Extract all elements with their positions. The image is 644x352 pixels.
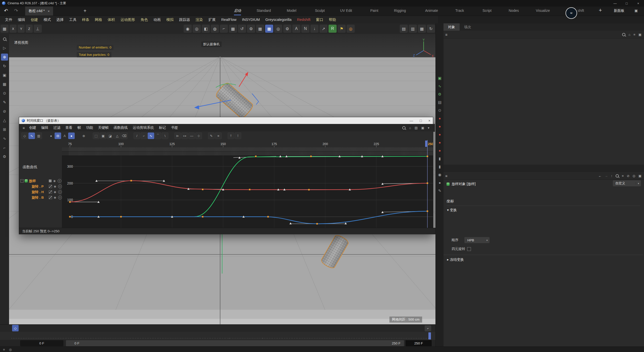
redo-icon[interactable]: ↷ (14, 8, 18, 14)
clean-icon[interactable]: ⌫ (121, 133, 128, 139)
timeline-frame-icon[interactable]: ▤ (415, 126, 418, 130)
ruler-key-icon[interactable]: ⊺ (235, 133, 241, 139)
timeline-title-bar[interactable]: 时间线窗口 （摄影表） (19, 117, 433, 124)
camera-label[interactable]: 默认摄像机 (201, 41, 222, 47)
object-manager-home-icon[interactable]: ⌂ (628, 33, 630, 36)
redshift-material-3-icon[interactable]: ● (438, 133, 441, 136)
menu-模拟[interactable]: 模拟 (164, 17, 176, 22)
undo-track-icon[interactable]: ↺ (238, 25, 246, 33)
tool-settings[interactable]: ⚙ (1, 153, 8, 160)
snap-key-icon[interactable]: ⫯ (228, 133, 234, 139)
modeling-settings-icon[interactable]: ⚙ (283, 25, 291, 33)
keyframe-bar-icon[interactable]: ◇ (12, 325, 19, 331)
menu-创建[interactable]: 创建 (28, 17, 41, 22)
attribute-panel-icon[interactable]: ▣ (638, 174, 641, 178)
tab-场次[interactable]: 场次 (460, 23, 476, 31)
dock-pencil-icon[interactable]: ✎ (438, 189, 441, 193)
attribute-burger-icon[interactable]: ≡ (444, 174, 449, 178)
menu-样条[interactable]: 样条 (79, 17, 92, 22)
undo-icon[interactable]: ↶ (4, 8, 8, 14)
layout-tab-Sculpt[interactable]: Sculpt (315, 9, 325, 13)
timeline-maximize-button[interactable]: □ (420, 119, 422, 123)
dock-green-spline-icon[interactable]: ∿ (438, 84, 441, 88)
range-start-field[interactable]: 0 F (20, 340, 63, 346)
object-manager-filter-icon[interactable]: ≡ (633, 33, 635, 36)
dock-camera-icon[interactable]: ◉ (438, 173, 441, 177)
list-icon[interactable]: ≡ (215, 133, 222, 139)
dock-pin-icon[interactable]: ⊙ (438, 108, 441, 112)
menu-RealFlow[interactable]: RealFlow (219, 18, 239, 22)
visibility-icon[interactable]: ◉ (54, 190, 56, 194)
grid-tool[interactable]: ▦ (1, 81, 8, 88)
rotate-tool[interactable]: ↻ (1, 63, 8, 70)
menu-体积[interactable]: 体积 (105, 17, 117, 22)
transform-group[interactable]: ▾ 变换 (447, 208, 457, 212)
solo-icon[interactable] (49, 185, 52, 188)
document-tab[interactable]: 教程.c4d * × (25, 7, 53, 16)
redshift-box-icon[interactable]: R (329, 25, 337, 33)
nodes-icon[interactable]: N (301, 25, 309, 33)
render-view-icon[interactable]: ◉ (184, 25, 192, 33)
motion-mode-icon[interactable]: ▥ (35, 133, 42, 139)
timeline-menu-编辑[interactable]: 编辑 (39, 125, 51, 130)
menu-渲染[interactable]: 渲染 (193, 17, 206, 22)
attribute-filter-icon[interactable]: ≡ (622, 174, 624, 178)
spline-tangent-icon[interactable]: ∿ (148, 133, 154, 139)
timeline-collapse-icon[interactable]: ▾ (428, 126, 429, 130)
range-end-field[interactable]: 250 F (406, 340, 432, 346)
menu-工具[interactable]: 工具 (67, 17, 79, 22)
add-layout-button[interactable]: + (599, 7, 602, 14)
maximize-button[interactable]: □ (621, 0, 632, 7)
layout-tab-Standard[interactable]: Standard (257, 9, 271, 13)
snap-tool[interactable]: ⊙ (1, 90, 8, 97)
solo-icon[interactable] (49, 180, 52, 182)
fcurve-graph[interactable]: 300200100075100125150175200225250 (62, 140, 433, 228)
timeline-menu-过滤[interactable]: 过滤 (51, 125, 63, 130)
layout-screen-2-icon[interactable]: ▥ (409, 25, 417, 33)
flat-icon[interactable]: — (188, 133, 195, 139)
redshift-material-2-icon[interactable]: ● (438, 124, 441, 128)
sync-icon[interactable]: ↻ (427, 25, 435, 33)
lock-icon[interactable]: ◪ (107, 133, 113, 139)
solo-icon[interactable] (49, 196, 52, 199)
track-旋转 . B[interactable]: 旋转 . B◉S (19, 195, 62, 200)
person-icon[interactable]: ● (68, 133, 75, 139)
redshift-material-1-icon[interactable]: ● (438, 116, 441, 120)
track-旋转 . H[interactable]: 旋转 . H◉S (19, 189, 62, 195)
attribute-lock-icon[interactable]: ⊘ (627, 174, 629, 178)
dock-cylinder2-icon[interactable]: ▮ (439, 165, 441, 168)
layout-tab-Script[interactable]: Script (482, 9, 492, 13)
layout-tab-Nodes[interactable]: Nodes (509, 9, 519, 13)
timeline-search-icon[interactable] (402, 126, 406, 129)
playhead-marker[interactable] (428, 332, 431, 339)
dock-green-cube-icon[interactable]: ▣ (438, 76, 441, 80)
menu-帮助[interactable]: 帮助 (326, 17, 339, 22)
layout-tab-Model[interactable]: Model (287, 9, 296, 13)
export-icon[interactable]: ↗ (319, 25, 328, 33)
timeline-menu-创建[interactable]: 创建 (27, 125, 38, 130)
box-select-icon[interactable]: ⬚ (93, 133, 99, 139)
solo-s-icon[interactable]: S (58, 179, 61, 183)
auto-label-icon[interactable]: A (62, 133, 68, 139)
menu-Redshift[interactable]: Redshift (295, 18, 313, 22)
solo-s-icon[interactable]: S (58, 190, 62, 194)
preset-dropdown[interactable]: 自定义 ▾ (613, 180, 641, 186)
flag-icon[interactable]: ⚑ (338, 25, 346, 33)
quaternion-checkbox[interactable] (467, 247, 471, 251)
object-manager-search-icon[interactable] (622, 33, 625, 36)
new-panel-label[interactable]: 新面板 (614, 9, 624, 13)
menu-Greyscalegorilla[interactable]: Greyscalegorilla (263, 18, 294, 22)
view-label[interactable]: 透视视图 (14, 40, 28, 45)
fcurve-mode-icon[interactable]: ∿ (28, 133, 35, 139)
up-icon[interactable]: ↑ (611, 174, 613, 178)
add-tab-button[interactable]: + (84, 8, 87, 14)
layout-screen-1-icon[interactable]: ▤ (400, 25, 408, 33)
mesh-tool[interactable]: △ (1, 117, 8, 124)
dock-cylinder-icon[interactable]: ▮ (439, 157, 441, 160)
redshift-material-4-icon[interactable]: ● (438, 141, 441, 144)
alembic-icon[interactable]: A (292, 25, 300, 33)
coord-system-icon[interactable]: ⊥ (34, 25, 42, 33)
gear-up-icon[interactable]: ⚙ (247, 25, 255, 33)
pen-tool[interactable]: ✎ (1, 99, 8, 106)
frame-ruler[interactable] (0, 332, 435, 340)
